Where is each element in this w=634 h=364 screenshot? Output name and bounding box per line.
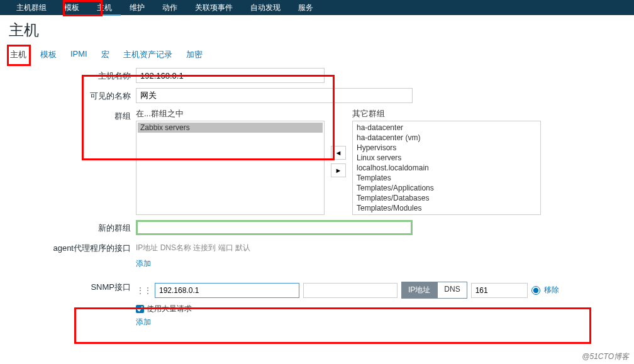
- snmp-port-input[interactable]: [471, 283, 528, 298]
- host-subtabs: 主机 模板 IPMI 宏 主机资产记录 加密: [0, 43, 634, 68]
- nav-correlation[interactable]: 关联项事件: [186, 0, 242, 16]
- tab-inventory[interactable]: 主机资产记录: [123, 49, 172, 60]
- agent-headers: IP地址 DNS名称 连接到 端口 默认: [136, 240, 624, 256]
- list-item[interactable]: Templates: [354, 173, 539, 183]
- tab-ipmi[interactable]: IPMI: [70, 49, 87, 60]
- list-item[interactable]: Zabbix servers: [138, 123, 323, 133]
- agent-add-link[interactable]: 添加: [136, 258, 151, 269]
- visiblename-input[interactable]: [136, 88, 413, 103]
- other-groups-listbox[interactable]: ha-datacenter ha-datacenter (vm) Hypervi…: [352, 121, 541, 215]
- list-item[interactable]: ha-datacenter (vm): [354, 133, 539, 143]
- toggle-ip[interactable]: IP地址: [401, 282, 437, 299]
- newgroup-label: 新的群组: [10, 220, 136, 234]
- nav-hostgroups[interactable]: 主机群组: [8, 0, 55, 16]
- agent-interface-label: agent代理程序的接口: [10, 240, 136, 254]
- in-groups-label: 在...群组之中: [136, 108, 325, 119]
- form-area: 主机名称 可见的名称 群组 在...群组之中 Zabbix servers ◄ …: [0, 68, 634, 345]
- bulk-checkbox[interactable]: [136, 305, 144, 313]
- hostname-label: 主机名称: [10, 68, 136, 82]
- in-groups-listbox[interactable]: Zabbix servers: [136, 121, 325, 215]
- newgroup-input[interactable]: [136, 220, 413, 235]
- move-right-button[interactable]: ►: [331, 163, 346, 177]
- visiblename-label: 可见的名称: [10, 88, 136, 102]
- list-item[interactable]: Templates/Network Devices: [354, 213, 539, 215]
- hostname-input[interactable]: [136, 68, 325, 83]
- connect-to-toggle[interactable]: IP地址 DNS: [401, 282, 467, 299]
- toggle-dns[interactable]: DNS: [437, 282, 467, 299]
- tab-host[interactable]: 主机: [10, 49, 26, 60]
- top-navigation: 主机群组 模板 主机 维护 动作 关联项事件 自动发现 服务: [0, 0, 634, 15]
- snmp-remove-link[interactable]: 移除: [544, 285, 559, 295]
- groups-label: 群组: [10, 108, 136, 122]
- page-title: 主机: [0, 15, 634, 43]
- list-item[interactable]: Templates/Applications: [354, 183, 539, 193]
- tab-templates[interactable]: 模板: [40, 49, 57, 60]
- nav-actions[interactable]: 动作: [153, 0, 186, 16]
- snmp-interface-label: SNMP接口: [10, 279, 136, 293]
- nav-services[interactable]: 服务: [289, 0, 322, 16]
- list-item[interactable]: Linux servers: [354, 153, 539, 163]
- other-groups-label: 其它群组: [352, 108, 541, 119]
- list-item[interactable]: ha-datacenter: [354, 123, 539, 133]
- nav-maintenance[interactable]: 维护: [121, 0, 153, 16]
- snmp-default-radio[interactable]: [531, 286, 540, 295]
- tab-macros[interactable]: 宏: [101, 49, 109, 60]
- snmp-ip-input[interactable]: [155, 283, 299, 298]
- nav-hosts[interactable]: 主机: [88, 0, 121, 16]
- tab-encryption[interactable]: 加密: [186, 49, 203, 60]
- snmp-dns-input[interactable]: [303, 283, 398, 298]
- drag-handle-icon[interactable]: ⋮⋮: [136, 285, 151, 295]
- list-item[interactable]: Templates/Modules: [354, 203, 539, 213]
- list-item[interactable]: Templates/Databases: [354, 193, 539, 203]
- move-left-button[interactable]: ◄: [331, 146, 346, 160]
- list-item[interactable]: localhost.localdomain: [354, 163, 539, 173]
- nav-templates[interactable]: 模板: [55, 0, 88, 16]
- list-item[interactable]: Hypervisors: [354, 143, 539, 153]
- bulk-label: 使用大量请求: [147, 304, 192, 314]
- snmp-add-link[interactable]: 添加: [136, 317, 151, 328]
- nav-discovery[interactable]: 自动发现: [242, 0, 289, 16]
